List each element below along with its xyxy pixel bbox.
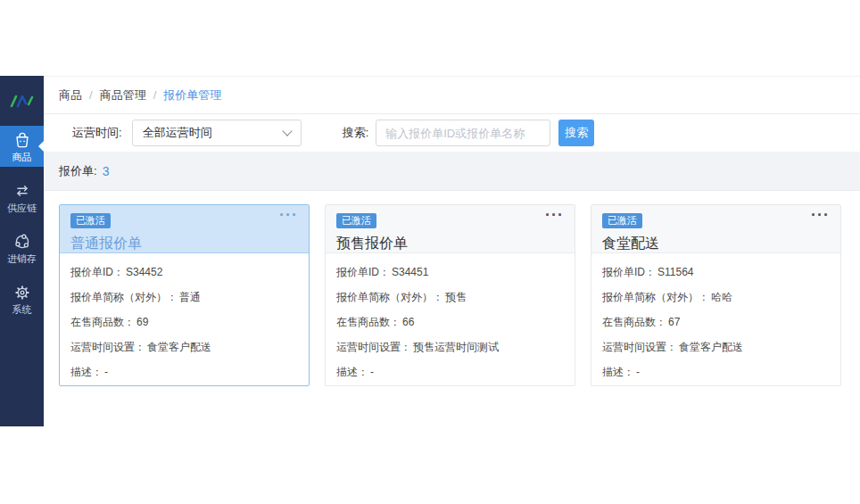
field-value: -: [370, 366, 374, 378]
breadcrumb-separator: /: [89, 88, 93, 102]
field-label: 报价单ID：: [602, 266, 656, 278]
quote-count-value: 3: [103, 164, 110, 178]
card-header: 已激活 ··· 普通报价单: [60, 205, 309, 253]
quote-card[interactable]: 已激活 ··· 食堂配送 报价单ID：S11564 报价单简称（对外）：哈哈 在…: [591, 204, 841, 386]
status-badge: 已激活: [70, 213, 111, 228]
status-badge: 已激活: [336, 213, 376, 228]
card-field-row: 描述：-: [336, 365, 564, 380]
field-value: 69: [136, 316, 148, 328]
field-label: 报价单简称（对外）：: [336, 291, 443, 303]
field-value: 普通: [179, 291, 201, 303]
sidebar-item-supply-chain[interactable]: 供应链: [0, 177, 44, 218]
card-title: 食堂配送: [602, 235, 830, 253]
quote-count-band: 报价单: 3: [44, 152, 860, 191]
sidebar-item-label: 供应链: [7, 203, 37, 213]
quote-card-list: 已激活 ··· 普通报价单 报价单ID：S34452 报价单简称（对外）：普通 …: [44, 191, 860, 386]
shopping-bag-icon: [12, 130, 32, 150]
sidebar-item-label: 系统: [12, 305, 32, 315]
card-field-row: 报价单简称（对外）：普通: [70, 290, 298, 305]
share-nodes-icon: [12, 232, 32, 252]
gear-icon: [12, 283, 32, 302]
field-value: S11564: [657, 266, 693, 278]
sidebar-item-system[interactable]: 系统: [0, 278, 44, 319]
field-value: 食堂客户配送: [147, 341, 211, 353]
card-header: 已激活 ··· 食堂配送: [591, 205, 840, 253]
card-field-row: 描述：-: [70, 365, 298, 380]
app-window: 商品 供应链: [0, 76, 860, 426]
field-label: 报价单ID：: [336, 266, 390, 278]
card-body: 报价单ID：S11564 报价单简称（对外）：哈哈 在售商品数：67 运营时间设…: [591, 253, 840, 392]
field-label: 描述：: [602, 366, 634, 378]
sidebar: 商品 供应链: [0, 76, 44, 426]
card-field-row: 运营时间设置：食堂客户配送: [70, 340, 298, 355]
sidebar-item-label: 进销存: [7, 254, 37, 264]
card-field-row: 报价单ID：S11564: [602, 265, 830, 280]
card-field-row: 报价单ID：S34451: [336, 265, 564, 280]
sidebar-item-inventory[interactable]: 进销存: [0, 227, 44, 269]
field-label: 运营时间设置：: [70, 341, 145, 353]
card-field-row: 描述：-: [602, 365, 830, 380]
operation-time-selected-value: 全部运营时间: [143, 125, 212, 141]
main-content: 商品 / 商品管理 / 报价单管理 运营时间: 全部运营时间 搜索: 搜索 报价…: [44, 76, 860, 426]
filter-bar: 运营时间: 全部运营时间 搜索: 搜索: [44, 114, 860, 152]
field-value: 66: [402, 316, 414, 328]
card-title: 预售报价单: [336, 235, 564, 253]
field-label: 在售商品数：: [336, 316, 401, 328]
card-field-row: 在售商品数：69: [70, 315, 298, 330]
breadcrumb-separator: /: [153, 88, 157, 102]
field-value: 67: [668, 316, 680, 328]
quote-card[interactable]: 已激活 ··· 预售报价单 报价单ID：S34451 报价单简称（对外）：预售 …: [325, 204, 575, 386]
card-body: 报价单ID：S34451 报价单简称（对外）：预售 在售商品数：66 运营时间设…: [326, 253, 575, 392]
field-value: 哈哈: [711, 291, 732, 303]
field-label: 报价单简称（对外）：: [602, 291, 709, 303]
exchange-arrows-icon: [12, 181, 32, 201]
field-value: -: [104, 366, 108, 378]
field-value: S34452: [126, 266, 162, 278]
chevron-down-icon: [282, 126, 292, 136]
field-value: 预售: [445, 291, 467, 303]
quote-card[interactable]: 已激活 ··· 普通报价单 报价单ID：S34452 报价单简称（对外）：普通 …: [59, 204, 310, 386]
search-input[interactable]: [376, 120, 550, 146]
field-label: 运营时间设置：: [602, 341, 677, 353]
field-label: 报价单简称（对外）：: [70, 291, 178, 303]
field-label: 运营时间设置：: [336, 341, 411, 353]
more-actions-icon[interactable]: ···: [279, 206, 298, 225]
breadcrumb-item-quote-management[interactable]: 报价单管理: [163, 87, 221, 103]
field-label: 在售商品数：: [602, 316, 666, 328]
operation-time-label: 运营时间:: [72, 125, 122, 141]
card-field-row: 在售商品数：67: [602, 315, 830, 330]
breadcrumb-item-goods-management[interactable]: 商品管理: [100, 87, 146, 103]
field-label: 在售商品数：: [70, 316, 135, 328]
card-field-row: 运营时间设置：食堂客户配送: [602, 340, 830, 355]
app-logo: [0, 76, 44, 126]
card-field-row: 运营时间设置：预售运营时间测试: [336, 340, 564, 355]
card-field-row: 报价单ID：S34452: [70, 265, 298, 280]
breadcrumb: 商品 / 商品管理 / 报价单管理: [44, 77, 860, 114]
sidebar-item-goods[interactable]: 商品: [0, 126, 44, 167]
field-value: S34451: [392, 266, 428, 278]
card-field-row: 报价单简称（对外）：哈哈: [602, 290, 830, 305]
field-label: 报价单ID：: [70, 266, 124, 278]
logo-icon: [9, 92, 36, 110]
field-label: 描述：: [336, 366, 368, 378]
field-label: 描述：: [70, 366, 103, 378]
search-label: 搜索:: [343, 125, 369, 141]
field-value: -: [636, 366, 640, 378]
status-badge: 已激活: [602, 213, 642, 228]
more-actions-icon[interactable]: ···: [545, 206, 564, 225]
card-header: 已激活 ··· 预售报价单: [326, 205, 575, 253]
search-button[interactable]: 搜索: [558, 120, 594, 146]
field-value: 预售运营时间测试: [413, 341, 499, 353]
breadcrumb-item-goods[interactable]: 商品: [59, 87, 82, 103]
sidebar-item-label: 商品: [12, 153, 32, 162]
card-body: 报价单ID：S34452 报价单简称（对外）：普通 在售商品数：69 运营时间设…: [60, 253, 309, 392]
card-field-row: 在售商品数：66: [336, 315, 564, 330]
more-actions-icon[interactable]: ···: [811, 206, 830, 225]
operation-time-select[interactable]: 全部运营时间: [132, 120, 302, 146]
card-field-row: 报价单简称（对外）：预售: [336, 290, 564, 305]
quote-count-label: 报价单:: [59, 163, 97, 179]
page: 商品 供应链: [0, 0, 860, 504]
card-title: 普通报价单: [70, 235, 298, 253]
field-value: 食堂客户配送: [679, 341, 743, 353]
